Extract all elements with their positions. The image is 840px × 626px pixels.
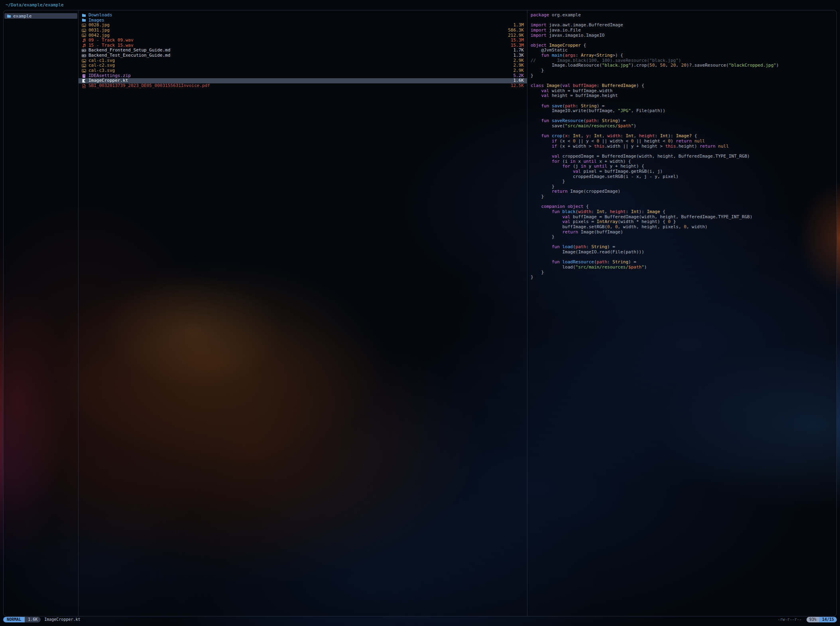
file-row[interactable]: Backend_Frontend_Setup_Guide.md1.7K <box>79 48 527 53</box>
code-line: return Image(buffImage) <box>531 230 836 235</box>
file-list: DownloadsImages0028.jpg1.3M0031.jpg586.3… <box>79 13 527 89</box>
file-row[interactable]: cal-c2.svg2.9K <box>79 63 527 68</box>
markdown-icon <box>82 48 86 53</box>
file-row[interactable]: 0031.jpg586.3K <box>79 28 527 33</box>
file-name: 15 - Track 15.wav <box>89 43 505 48</box>
file-name: 0028.jpg <box>89 23 508 28</box>
code-line: } <box>531 73 836 79</box>
file-size: 2.9K <box>513 68 524 73</box>
file-name: cal-c3.svg <box>89 68 508 73</box>
file-name: 0042.jpg <box>89 33 502 38</box>
code-line: } <box>531 179 836 184</box>
code-line: val height = buffImage.height <box>531 93 836 99</box>
file-row[interactable]: IDEAsettings.zip5.2K <box>79 73 527 79</box>
audio-icon <box>82 43 86 48</box>
audio-icon <box>82 38 86 43</box>
kotlin-icon <box>82 79 86 83</box>
file-row[interactable]: 09 - Track 09.wav15.3M <box>79 38 527 43</box>
file-permissions: -rw-r--r-- <box>778 617 802 622</box>
code-line: } <box>531 194 836 199</box>
image-icon <box>82 28 86 33</box>
breadcrumb-path: ~/Data/example/example <box>6 2 64 8</box>
code-line: load("src/main/resources/$path") <box>531 265 836 270</box>
parent-panel: example <box>4 10 79 616</box>
code-line: return Image(croppedImage) <box>531 189 836 194</box>
image-icon <box>82 33 86 38</box>
file-row[interactable]: 15 - Track 15.wav15.3M <box>79 43 527 48</box>
file-row[interactable]: Images <box>79 18 527 23</box>
file-name: Downloads <box>89 13 518 18</box>
code-preview: package org.example import java.awt.imag… <box>531 13 836 280</box>
code-line: import javax.imageio.ImageIO <box>531 33 836 38</box>
code-line: save("src/main/resources/$path") <box>531 124 836 129</box>
scroll-percent-badge: 93% <box>807 617 819 622</box>
file-name: 0031.jpg <box>89 28 502 33</box>
file-row[interactable]: Backend_Test_Execution_Guide.md1.3K <box>79 53 527 58</box>
markdown-icon <box>82 53 86 58</box>
file-name: cal-c1.svg <box>89 58 508 63</box>
file-row[interactable]: 0042.jpg212.9K <box>79 33 527 38</box>
file-size: 12.5K <box>511 83 524 89</box>
file-size: 15.3M <box>511 38 524 43</box>
image-icon <box>82 23 86 28</box>
status-filename: ImageCropper.kt <box>44 617 80 622</box>
code-line: } <box>531 68 836 73</box>
pdf-icon <box>82 84 86 88</box>
code-line: Image.loadResource("black.jpg").crop(50,… <box>531 63 836 68</box>
code-line: } <box>531 270 836 275</box>
file-size: 586.3K <box>508 28 524 33</box>
file-size: 1.3K <box>513 53 524 58</box>
file-row[interactable]: cal-c3.svg2.9K <box>79 68 527 73</box>
code-line: } <box>531 235 836 240</box>
file-row[interactable]: Downloads <box>79 13 527 18</box>
code-line: ImageIO.write(buffImage, "JPG", File(pat… <box>531 109 836 114</box>
code-line: Image(ImageIO.read(File(path))) <box>531 250 836 255</box>
yazi-frame: example DownloadsImages0028.jpg1.3M0031.… <box>3 10 837 616</box>
file-name: cal-c2.svg <box>89 63 508 68</box>
folder-icon <box>7 14 11 18</box>
file-name: IDEAsettings.zip <box>89 73 508 79</box>
status-bar-right: -rw-r--r-- 93% 14/15 <box>778 617 837 622</box>
mode-badge: NORMAL <box>3 617 25 622</box>
status-bar: NORMAL 1.6K ImageCropper.kt -rw-r--r-- 9… <box>3 616 837 622</box>
cursor-position-badge: 14/15 <box>819 617 837 622</box>
image-icon <box>82 69 86 73</box>
file-size-badge: 1.6K <box>25 617 41 622</box>
file-name: SBI_0032013739_2023_DE05_0003155631Invoi… <box>89 83 505 89</box>
code-line: package org.example <box>531 13 836 18</box>
code-line: } <box>531 275 836 280</box>
folder-icon <box>82 13 86 18</box>
file-row[interactable]: SBI_0032013739_2023_DE05_0003155631Invoi… <box>79 83 527 89</box>
code-line: croppedImage.setRGB(i - x, j - y, pixel) <box>531 174 836 180</box>
status-bar-left: NORMAL 1.6K ImageCropper.kt <box>3 617 81 622</box>
image-icon <box>82 59 86 63</box>
folder-icon <box>82 18 86 22</box>
archive-icon <box>82 74 86 78</box>
parent-dir-label: example <box>13 14 31 19</box>
file-name: Backend_Frontend_Setup_Guide.md <box>89 48 508 53</box>
code-line: object ImageCropper { <box>531 43 836 48</box>
file-list-panel: DownloadsImages0028.jpg1.3M0031.jpg586.3… <box>79 10 527 616</box>
parent-dir-item[interactable]: example <box>4 13 77 19</box>
code-line: if (x + width > this.width || y + height… <box>531 144 836 149</box>
file-name: Backend_Test_Execution_Guide.md <box>89 53 508 58</box>
preview-panel: package org.example import java.awt.imag… <box>527 10 836 616</box>
file-row[interactable]: 0028.jpg1.3M <box>79 23 527 28</box>
file-row[interactable]: ImageCropper.kt1.6K <box>79 78 527 83</box>
file-name: 09 - Track 09.wav <box>89 38 505 43</box>
file-row[interactable]: cal-c1.svg2.9K <box>79 58 527 63</box>
image-icon <box>82 63 86 68</box>
file-name: Images <box>89 18 518 23</box>
file-name: ImageCropper.kt <box>89 78 508 83</box>
